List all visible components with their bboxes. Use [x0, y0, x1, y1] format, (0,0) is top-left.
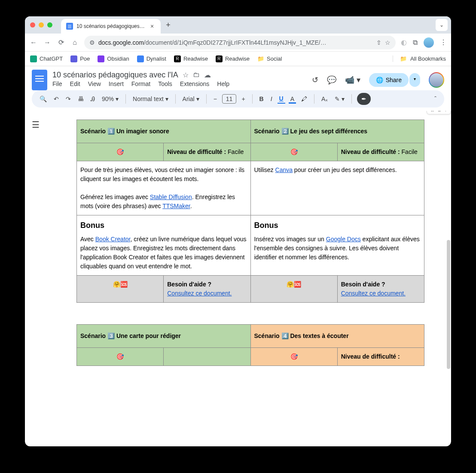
- text-color-button[interactable]: A: [289, 95, 296, 104]
- highlight-button[interactable]: 🖍: [299, 95, 309, 103]
- bookmark-obsidian[interactable]: Obsidian: [98, 55, 129, 62]
- menu-tools[interactable]: Tools: [158, 80, 172, 87]
- bookmark-dynalist[interactable]: Dynalist: [137, 55, 166, 62]
- font-size-input[interactable]: 11: [222, 94, 237, 104]
- bookmark-star-icon[interactable]: ☆: [385, 39, 391, 46]
- maximize-window[interactable]: [47, 22, 52, 28]
- editing-mode-button[interactable]: ✒: [357, 93, 371, 105]
- move-icon[interactable]: 🗀: [193, 71, 200, 79]
- browser-tab[interactable]: 10 scénarios pédagogiques a… ×: [61, 19, 161, 34]
- menu-help[interactable]: Help: [217, 80, 229, 87]
- bookmark-social[interactable]: 📁Social: [257, 55, 282, 62]
- drag-icon: ⠿: [430, 111, 434, 113]
- underline-button[interactable]: U: [278, 94, 285, 104]
- close-tab-icon[interactable]: ×: [149, 23, 156, 30]
- help-link-1[interactable]: Consultez ce document.: [167, 290, 232, 297]
- document-title[interactable]: 10 scénarios pédagogiques avec l'IA: [52, 71, 178, 80]
- scenario-2-desc: Utilisez Canva pour créer un jeu des sep…: [250, 161, 424, 215]
- url-input[interactable]: ⚙ docs.google.com/document/d/1iQmFqz0DI2…: [84, 36, 396, 49]
- zoom-select[interactable]: 90% ▾: [100, 95, 120, 103]
- history-icon[interactable]: ↺: [312, 75, 318, 85]
- scenarios-table-1: Scénario 1️⃣ Un imagier sonore Scénario …: [76, 120, 424, 303]
- share-button[interactable]: 🌐Share: [369, 73, 409, 87]
- outline-toggle-icon[interactable]: ☰: [32, 120, 40, 436]
- meet-icon[interactable]: 📹 ▾: [345, 75, 360, 85]
- link-bookcreator[interactable]: Book Creator: [95, 236, 131, 243]
- difficulty-3: [164, 348, 250, 366]
- home-button[interactable]: ⌂: [70, 39, 79, 46]
- link-googledocs[interactable]: Google Docs: [326, 236, 361, 243]
- docs-header: 10 scénarios pédagogiques avec l'IA ☆ 🗀 …: [25, 66, 451, 90]
- reload-button[interactable]: ⟳: [57, 38, 65, 46]
- redo-icon[interactable]: ↷: [64, 95, 73, 103]
- target-icon: 🎯: [250, 143, 337, 161]
- folder-icon: 📁: [257, 55, 264, 62]
- menu-view[interactable]: View: [88, 80, 101, 87]
- target-icon: 🎯: [77, 143, 164, 161]
- cloud-status-icon[interactable]: ☁: [204, 71, 211, 79]
- bold-button[interactable]: B: [258, 95, 265, 103]
- scenario-2-title: Scénario 2️⃣ Le jeu des sept différences: [250, 120, 424, 143]
- close-window[interactable]: [30, 22, 35, 28]
- menu-bar: File Edit View Insert Format Tools Exten…: [52, 80, 307, 87]
- bookmarks-bar: ChatGPT Poe Obsidian Dynalist RReadwise …: [25, 52, 451, 66]
- menu-file[interactable]: File: [52, 80, 62, 87]
- menu-extensions[interactable]: Extensions: [180, 80, 209, 87]
- all-bookmarks[interactable]: 📁All Bookmarks: [393, 55, 446, 62]
- menu-edit[interactable]: Edit: [70, 80, 80, 87]
- share-url-icon[interactable]: ⇧: [376, 39, 381, 46]
- spellcheck-icon[interactable]: Ꭿ: [89, 95, 97, 104]
- forward-button[interactable]: →: [43, 39, 52, 46]
- help-1: Besoin d'aide ?Consultez ce document.: [164, 276, 250, 303]
- document-page[interactable]: ⠿≡+ Scénario 1️⃣ Un imagier sonore Scéna…: [76, 111, 424, 436]
- help-link-2[interactable]: Consultez ce document.: [341, 290, 406, 297]
- star-icon[interactable]: ☆: [183, 71, 189, 79]
- minimize-window[interactable]: [39, 22, 44, 28]
- profile-avatar[interactable]: [424, 37, 434, 48]
- collapse-toolbar-icon[interactable]: ˆ: [433, 95, 438, 103]
- sos-icon: 🤗🆘: [77, 276, 164, 303]
- clear-format-icon[interactable]: Aₓ: [320, 95, 330, 103]
- scenario-1-title: Scénario 1️⃣ Un imagier sonore: [77, 120, 251, 143]
- account-avatar[interactable]: [429, 72, 444, 88]
- address-bar: ← → ⟳ ⌂ ⚙ docs.google.com/document/d/1iQ…: [25, 34, 451, 52]
- sort-icon: ≡: [438, 111, 441, 113]
- decrease-font[interactable]: −: [212, 95, 219, 103]
- comments-icon[interactable]: 💬: [327, 75, 336, 85]
- difficulty-1: Niveau de difficulté : Facile: [164, 143, 250, 161]
- table-options-toolbar[interactable]: ⠿≡+: [427, 111, 451, 114]
- share-dropdown[interactable]: ▾: [409, 73, 420, 87]
- scenario-1-bonus: Bonus Avec Book Creator, créez un livre …: [77, 215, 251, 276]
- tabs-dropdown[interactable]: ⌄: [436, 19, 448, 31]
- target-icon: 🎯: [77, 348, 164, 366]
- menu-insert[interactable]: Insert: [109, 80, 124, 87]
- menu-format[interactable]: Format: [131, 80, 150, 87]
- italic-button[interactable]: I: [269, 95, 274, 103]
- help-2: Besoin d'aide ?Consultez ce document.: [337, 276, 424, 303]
- bookmark-readwise2[interactable]: RReadwise: [216, 55, 250, 62]
- site-info-icon[interactable]: ⚙: [89, 39, 95, 46]
- difficulty-4: Niveau de difficulté :: [337, 348, 424, 366]
- bookmark-readwise1[interactable]: RReadwise: [174, 55, 208, 62]
- extensions-menu-icon[interactable]: ⧉: [413, 39, 418, 46]
- link-canva[interactable]: Canva: [275, 166, 293, 173]
- bookmark-chatgpt[interactable]: ChatGPT: [30, 55, 63, 62]
- style-select[interactable]: Normal text ▾: [131, 95, 170, 103]
- search-icon[interactable]: 🔍: [38, 95, 49, 103]
- increase-font[interactable]: +: [240, 95, 247, 103]
- extension-icon[interactable]: ◐: [401, 38, 407, 46]
- link-ttsmaker[interactable]: TTSMaker: [162, 203, 190, 209]
- link-stable-diffusion[interactable]: Stable Diffusion: [150, 194, 192, 200]
- traffic-lights: [30, 22, 52, 28]
- docs-logo[interactable]: [32, 70, 47, 90]
- font-select[interactable]: Arial ▾: [181, 95, 201, 103]
- browser-menu-icon[interactable]: ⋮: [440, 38, 447, 46]
- vertical-scrollbar[interactable]: [447, 240, 450, 369]
- undo-icon[interactable]: ↶: [52, 95, 61, 103]
- bookmark-poe[interactable]: Poe: [70, 55, 90, 62]
- document-canvas: ☰ ⠿≡+ Scénario 1️⃣ Un imagier sonore Scé…: [25, 111, 451, 436]
- print-icon[interactable]: 🖶: [76, 95, 85, 103]
- new-tab-button[interactable]: +: [161, 21, 176, 30]
- more-format-icon[interactable]: ✎ ▾: [333, 95, 346, 103]
- back-button[interactable]: ←: [29, 39, 38, 46]
